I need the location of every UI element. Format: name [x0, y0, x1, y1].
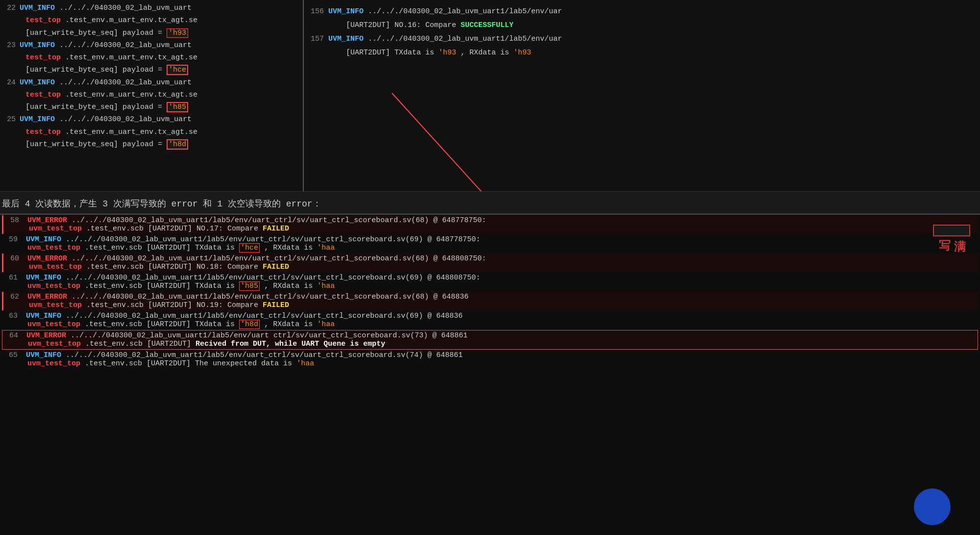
- top-section: 22 UVM_INFO ../.././040300_02_lab_uvm_ua…: [0, 0, 980, 191]
- log-line-63: 63 UVM_INFO ../.././040300_02_lab_uvm_ua…: [2, 311, 978, 330]
- log-line-24-sub: test_top .test_env.m_uart_env.tx_agt.se: [24, 89, 303, 101]
- log-line-25-sub: test_top .test_env.m_uart_env.tx_agt.se: [24, 126, 303, 138]
- log-line-22: 22 UVM_INFO ../.././040300_02_lab_uvm_ua…: [0, 2, 303, 14]
- right-top-panel: 156 UVM_INFO ../.././040300_02_lab_uvm_u…: [304, 0, 980, 191]
- log-line-23-sub: test_top .test_env.m_uart_env.tx_agt.se: [24, 51, 303, 64]
- log-line-22-payload: [uart_write_byte_seq] payload = 'h93: [24, 27, 303, 39]
- right-line-157-sub: [UART2DUT] TXdata is 'h93 , RXdata is 'h…: [346, 46, 973, 60]
- bottom-section: 58 UVM_ERROR ../.././040300_02_lab_uvm_u…: [0, 214, 980, 535]
- log-line-60: 60 UVM_ERROR ../.././040300_02_lab_uvm_u…: [2, 254, 978, 272]
- arrow-annotation: [343, 93, 441, 191]
- log-line-65: 65 UVM_INFO ../.././040300_02_lab_uvm_ua…: [2, 350, 978, 369]
- log-line-25: 25 UVM_INFO ../.././040300_02_lab_uvm_ua…: [0, 113, 303, 126]
- main-layout: 22 UVM_INFO ../.././040300_02_lab_uvm_ua…: [0, 0, 980, 535]
- divider-text: 最后 4 次读数据，产生 3 次满写导致的 error 和 1 次空读导致的 e…: [0, 191, 980, 214]
- log-line-58: 58 UVM_ERROR ../.././040300_02_lab_uvm_u…: [2, 215, 978, 234]
- right-line-157: 157 UVM_INFO ../.././040300_02_lab_uvm_u…: [311, 32, 973, 46]
- log-line-23-payload: [uart_write_byte_seq] payload = 'hce: [24, 64, 303, 76]
- right-top-content: 156 UVM_INFO ../.././040300_02_lab_uvm_u…: [311, 5, 973, 60]
- log-line-64: 64 UVM_ERROR ../.././040300_02_lab_uvm_u…: [2, 330, 978, 350]
- bottom-log-content: 58 UVM_ERROR ../.././040300_02_lab_uvm_u…: [0, 215, 980, 535]
- log-line-61: 61 UVM_INFO ../.././040300_02_lab_uvm_ua…: [2, 273, 978, 291]
- log-line-22-sub: test_top .test_env.m_uart_env.tx_agt.se: [24, 14, 303, 26]
- log-line-24: 24 UVM_INFO ../.././040300_02_lab_uvm_ua…: [0, 76, 303, 89]
- left-top-panel: 22 UVM_INFO ../.././040300_02_lab_uvm_ua…: [0, 0, 304, 191]
- log-line-59: 59 UVM_INFO ../.././040300_02_lab_uvm_ua…: [2, 234, 978, 253]
- log-line-25-payload: [uart_write_byte_seq] payload = 'h8d: [24, 138, 303, 151]
- svg-line-0: [392, 93, 490, 191]
- blue-circle-icon: [914, 488, 951, 525]
- log-line-24-payload: [uart_write_byte_seq] payload = 'h85: [24, 101, 303, 113]
- side-label-manxie: 满 写: [933, 225, 970, 236]
- log-line-62: 62 UVM_ERROR ../.././040300_02_lab_uvm_u…: [2, 292, 978, 310]
- right-line-156: 156 UVM_INFO ../.././040300_02_lab_uvm_u…: [311, 5, 973, 19]
- log-line-23: 23 UVM_INFO ../.././040300_02_lab_uvm_ua…: [0, 39, 303, 51]
- right-line-156-sub: [UART2DUT] NO.16: Compare SUCCESSFULLY: [346, 19, 973, 32]
